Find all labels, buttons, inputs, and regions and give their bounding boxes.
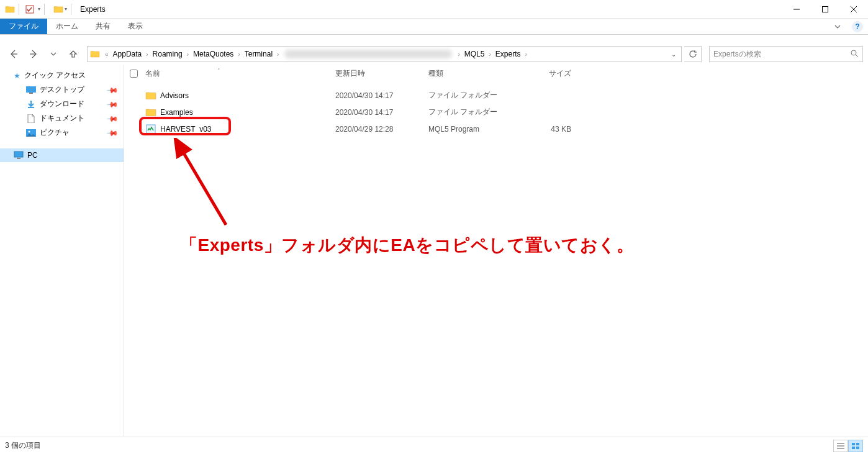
nav-pane: ★ クイック アクセス デスクトップ 📌 ダウンロード 📌 ドキュメント 📌 ピ… [0,65,124,437]
column-header-name[interactable]: 名前˄ [143,68,335,79]
svg-line-8 [856,55,858,57]
svg-rect-10 [29,93,33,94]
address-dropdown-icon[interactable]: ⌄ [666,51,681,58]
file-tab[interactable]: ファイル [0,19,47,34]
close-button[interactable] [839,0,868,19]
refresh-button[interactable] [684,46,702,62]
download-icon [26,99,36,109]
chevron-right-icon[interactable]: › [184,51,191,58]
window-title: Experts [80,5,106,14]
file-name: HARVEST_v03 [160,125,211,134]
chevron-right-icon[interactable]: › [235,51,242,58]
tab-home[interactable]: ホーム [47,19,87,34]
sidebar-item-pc[interactable]: PC [0,148,124,162]
column-header-type[interactable]: 種類 [428,68,522,79]
mql5-icon [145,124,156,135]
forward-button[interactable] [25,45,42,63]
column-headers: 名前˄ 更新日時 種類 サイズ [124,65,868,82]
sidebar-item-desktop[interactable]: デスクトップ 📌 [0,83,124,97]
back-button[interactable] [5,45,22,63]
separator [19,4,19,15]
chevron-right-icon[interactable]: › [274,51,281,58]
separator [71,4,71,15]
column-header-size[interactable]: サイズ [522,68,577,79]
file-type: MQL5 Program [428,125,522,134]
quick-access-header[interactable]: ★ クイック アクセス [0,68,124,83]
svg-point-13 [29,130,30,132]
thumbnails-view-button[interactable] [848,440,863,452]
breadcrumb-seg-terminal[interactable]: Terminal [243,47,274,61]
svg-rect-14 [14,152,23,157]
file-date: 2020/04/30 14:17 [335,108,428,117]
quick-access-label: クイック アクセス [24,70,86,81]
sort-caret-icon: ˄ [217,68,220,74]
ribbon-collapse-icon[interactable] [828,19,847,34]
svg-point-7 [851,50,856,55]
file-row[interactable]: HARVEST_v03 2020/04/29 12:28 MQL5 Progra… [124,120,868,137]
svg-rect-23 [852,447,855,449]
tab-share[interactable]: 共有 [87,19,119,34]
tab-view[interactable]: 表示 [119,19,151,34]
svg-rect-24 [856,447,859,449]
qat-dropdown2-icon[interactable]: ▾ [65,6,67,12]
chevron-right-icon[interactable]: › [143,51,150,58]
address-folder-icon [90,49,100,59]
nav-row: « AppData› Roaming› MetaQuotes› Terminal… [0,43,868,65]
breadcrumb-seg-roaming[interactable]: Roaming [151,47,184,61]
status-item-count: 3 個の項目 [5,440,41,451]
properties-qat-icon[interactable] [23,2,37,16]
file-size: 43 KB [522,125,577,134]
up-button[interactable] [65,45,82,63]
ribbon-tabs: ファイル ホーム 共有 表示 ? [0,19,868,35]
select-all-checkbox[interactable] [124,70,143,78]
status-bar: 3 個の項目 [0,437,868,454]
sidebar-item-label: PC [27,151,38,160]
separator [44,4,45,15]
sidebar-item-label: ドキュメント [40,113,84,124]
pin-icon: 📌 [106,98,119,111]
sidebar-item-label: デスクトップ [40,84,84,95]
svg-rect-15 [17,158,20,159]
folder-icon [145,90,156,101]
breadcrumb-seg-redacted[interactable] [281,47,455,61]
breadcrumb-overflow-icon[interactable]: « [102,51,111,58]
file-row[interactable]: Advisors 2020/04/30 14:17 ファイル フォルダー [124,87,868,104]
svg-rect-22 [856,443,859,445]
file-row[interactable]: Examples 2020/04/30 14:17 ファイル フォルダー [124,104,868,120]
sidebar-item-downloads[interactable]: ダウンロード 📌 [0,97,124,111]
minimize-button[interactable] [782,0,811,19]
breadcrumb-seg-appdata[interactable]: AppData [111,47,144,61]
search-input[interactable]: Expertsの検索 [709,46,863,62]
chevron-right-icon[interactable]: › [522,51,529,58]
breadcrumb-seg-mql5[interactable]: MQL5 [463,47,487,61]
chevron-right-icon[interactable]: › [455,51,462,58]
svg-rect-9 [26,86,36,93]
file-type: ファイル フォルダー [428,90,522,101]
breadcrumb-seg-metaquotes[interactable]: MetaQuotes [191,47,235,61]
pictures-icon [26,128,36,138]
qat-dropdown-icon[interactable]: ▾ [38,6,40,12]
search-placeholder: Expertsの検索 [713,49,761,60]
help-icon[interactable]: ? [852,21,863,32]
breadcrumb-seg-experts[interactable]: Experts [494,47,523,61]
folder-icon [5,4,15,14]
sidebar-item-pictures[interactable]: ピクチャ 📌 [0,125,124,140]
address-bar[interactable]: « AppData› Roaming› MetaQuotes› Terminal… [87,46,682,62]
svg-rect-2 [823,6,828,12]
sidebar-item-documents[interactable]: ドキュメント 📌 [0,111,124,125]
file-date: 2020/04/29 12:28 [335,125,428,134]
chevron-right-icon[interactable]: › [486,51,493,58]
svg-rect-21 [852,443,855,445]
folder-icon [145,107,156,118]
file-name: Examples [160,108,193,117]
column-header-date[interactable]: 更新日時 [335,68,428,79]
recent-locations-button[interactable] [45,45,62,63]
pin-icon: 📌 [106,112,119,125]
maximize-button[interactable] [811,0,839,19]
title-bar: ▾ ▾ Experts [0,0,868,19]
details-view-button[interactable] [833,440,848,452]
folder-open-icon[interactable] [53,4,63,14]
file-date: 2020/04/30 14:17 [335,91,428,100]
search-icon[interactable] [850,49,859,60]
desktop-icon [26,85,36,95]
